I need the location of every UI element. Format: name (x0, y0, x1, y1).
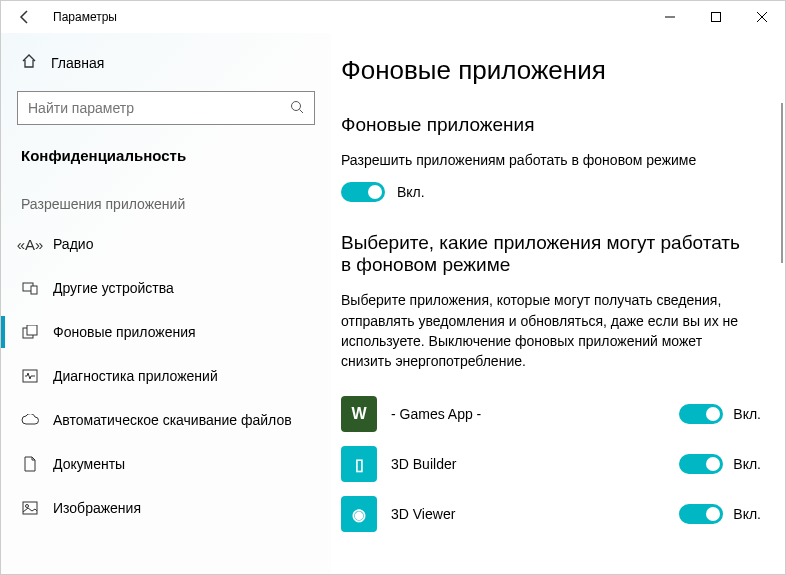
sidebar-item-other-devices[interactable]: Другие устройства (17, 266, 315, 310)
app-icon: ◉ (341, 496, 377, 532)
search-icon (290, 100, 304, 117)
close-button[interactable] (739, 1, 785, 33)
devices-icon (21, 281, 39, 295)
minimize-button[interactable] (647, 1, 693, 33)
svg-rect-1 (712, 13, 721, 22)
app-row: ◉3D ViewerВкл. (341, 489, 761, 539)
window-title: Параметры (53, 10, 117, 24)
app-icon: ▯ (341, 446, 377, 482)
app-toggle-label: Вкл. (733, 456, 761, 472)
app-toggle[interactable] (679, 454, 723, 474)
master-toggle[interactable] (341, 182, 385, 202)
app-row: W- Games App -Вкл. (341, 389, 761, 439)
search-input[interactable] (28, 100, 290, 116)
search-box[interactable] (17, 91, 315, 125)
sidebar-item-label: Фоновые приложения (53, 324, 196, 340)
section1-desc: Разрешить приложениям работать в фоновом… (341, 150, 741, 170)
section-heading: Разрешения приложений (17, 196, 315, 212)
app-toggle[interactable] (679, 404, 723, 424)
app-toggle-label: Вкл. (733, 406, 761, 422)
sidebar-item-auto-download[interactable]: Автоматическое скачивание файлов (17, 398, 315, 442)
svg-rect-11 (23, 502, 37, 514)
sidebar-item-label: Автоматическое скачивание файлов (53, 412, 292, 428)
app-icon: W (341, 396, 377, 432)
sidebar-item-label: Другие устройства (53, 280, 174, 296)
sidebar-item-diagnostics[interactable]: Диагностика приложений (17, 354, 315, 398)
back-button[interactable] (9, 1, 41, 33)
cloud-icon (21, 414, 39, 426)
app-toggle-label: Вкл. (733, 506, 761, 522)
sidebar-item-background-apps[interactable]: Фоновые приложения (17, 310, 315, 354)
app-toggle[interactable] (679, 504, 723, 524)
section2-title: Выберите, какие приложения могут работат… (341, 232, 741, 276)
scrollbar[interactable] (781, 103, 783, 263)
home-nav[interactable]: Главная (17, 53, 315, 73)
svg-line-5 (300, 109, 304, 113)
sidebar-item-label: Документы (53, 456, 125, 472)
app-row: ▯3D BuilderВкл. (341, 439, 761, 489)
document-icon (21, 456, 39, 472)
radio-icon: «A» (21, 236, 39, 253)
app-name: 3D Viewer (391, 506, 665, 522)
sidebar-item-label: Диагностика приложений (53, 368, 218, 384)
sidebar-item-images[interactable]: Изображения (17, 486, 315, 530)
master-toggle-label: Вкл. (397, 184, 425, 200)
sidebar-item-radio[interactable]: «A» Радио (17, 222, 315, 266)
svg-point-12 (26, 505, 29, 508)
svg-rect-7 (31, 286, 37, 294)
section2-desc: Выберите приложения, которые могут получ… (341, 290, 741, 371)
background-apps-icon (21, 325, 39, 339)
home-icon (21, 53, 37, 73)
sidebar-item-documents[interactable]: Документы (17, 442, 315, 486)
maximize-button[interactable] (693, 1, 739, 33)
page-title: Фоновые приложения (341, 55, 785, 86)
category-heading: Конфиденциальность (17, 147, 315, 164)
sidebar-item-label: Изображения (53, 500, 141, 516)
section1-title: Фоновые приложения (341, 114, 785, 136)
svg-point-4 (292, 101, 301, 110)
images-icon (21, 501, 39, 515)
svg-rect-9 (27, 325, 37, 335)
app-name: 3D Builder (391, 456, 665, 472)
app-name: - Games App - (391, 406, 665, 422)
diagnostics-icon (21, 369, 39, 383)
sidebar-item-label: Радио (53, 236, 93, 252)
home-label: Главная (51, 55, 104, 71)
